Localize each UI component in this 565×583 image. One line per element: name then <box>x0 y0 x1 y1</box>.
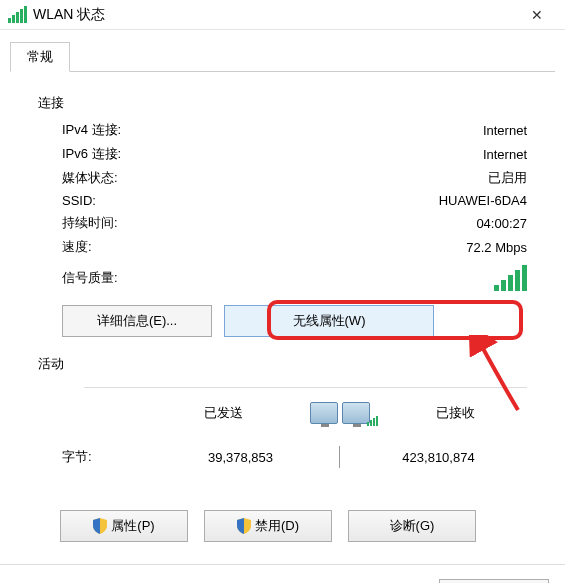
speed-value: 72.2 Mbps <box>466 240 527 255</box>
mini-signal-icon <box>367 416 378 426</box>
window-title: WLAN 状态 <box>33 6 517 24</box>
media-value: 已启用 <box>488 169 527 187</box>
activity-icon-group <box>295 402 385 424</box>
connection-button-row: 详细信息(E)... 无线属性(W) <box>62 305 527 337</box>
row-ssid: SSID: HUAWEI-6DA4 <box>38 190 527 211</box>
monitor-icon <box>310 402 338 424</box>
row-ipv6: IPv6 连接: Internet <box>38 142 527 166</box>
activity-bytes-row: 字节: 39,378,853 423,810,874 <box>38 428 527 472</box>
bytes-received-value: 423,810,874 <box>350 450 527 465</box>
titlebar: WLAN 状态 ✕ <box>0 0 565 30</box>
media-label: 媒体状态: <box>62 169 118 187</box>
speed-label: 速度: <box>62 238 92 256</box>
tabs-region: 常规 连接 IPv4 连接: Internet IPv6 连接: Interne… <box>0 30 565 554</box>
ipv6-value: Internet <box>483 147 527 162</box>
row-ipv4: IPv4 连接: Internet <box>38 118 527 142</box>
details-button[interactable]: 详细信息(E)... <box>62 305 212 337</box>
ipv4-value: Internet <box>483 123 527 138</box>
row-signal: 信号质量: <box>38 259 527 295</box>
diagnose-button-label: 诊断(G) <box>390 517 435 535</box>
bottom-button-row: 属性(P) 禁用(D) 诊断(G) <box>60 510 527 542</box>
row-speed: 速度: 72.2 Mbps <box>38 235 527 259</box>
bytes-sent-value: 39,378,853 <box>152 450 329 465</box>
disable-button[interactable]: 禁用(D) <box>204 510 332 542</box>
close-icon[interactable]: ✕ <box>517 7 557 23</box>
activity-header-row: 已发送 已接收 <box>38 388 527 428</box>
signal-label: 信号质量: <box>62 269 118 287</box>
close-button[interactable]: 关闭(C) <box>439 579 549 583</box>
properties-button-label: 属性(P) <box>111 517 154 535</box>
ipv4-label: IPv4 连接: <box>62 121 121 139</box>
signal-strength-icon <box>494 265 527 291</box>
row-media: 媒体状态: 已启用 <box>38 166 527 190</box>
received-header: 已接收 <box>385 404 528 422</box>
vertical-separator <box>339 446 340 468</box>
properties-button[interactable]: 属性(P) <box>60 510 188 542</box>
bytes-label: 字节: <box>62 448 152 466</box>
shield-icon <box>93 518 107 534</box>
disable-button-label: 禁用(D) <box>255 517 299 535</box>
wireless-properties-button[interactable]: 无线属性(W) <box>224 305 434 337</box>
connection-section-header: 连接 <box>38 94 527 112</box>
ssid-value: HUAWEI-6DA4 <box>439 193 527 208</box>
monitor-icon <box>342 402 370 424</box>
sent-header: 已发送 <box>152 404 295 422</box>
duration-label: 持续时间: <box>62 214 118 232</box>
dialog-footer: 关闭(C) <box>0 564 565 583</box>
shield-icon <box>237 518 251 534</box>
duration-value: 04:00:27 <box>476 216 527 231</box>
diagnose-button[interactable]: 诊断(G) <box>348 510 476 542</box>
tab-content: 连接 IPv4 连接: Internet IPv6 连接: Internet 媒… <box>10 72 555 554</box>
ssid-label: SSID: <box>62 193 96 208</box>
row-duration: 持续时间: 04:00:27 <box>38 211 527 235</box>
wlan-signal-icon <box>8 6 27 23</box>
activity-section-header: 活动 <box>38 355 527 373</box>
ipv6-label: IPv6 连接: <box>62 145 121 163</box>
tab-general[interactable]: 常规 <box>10 42 70 72</box>
